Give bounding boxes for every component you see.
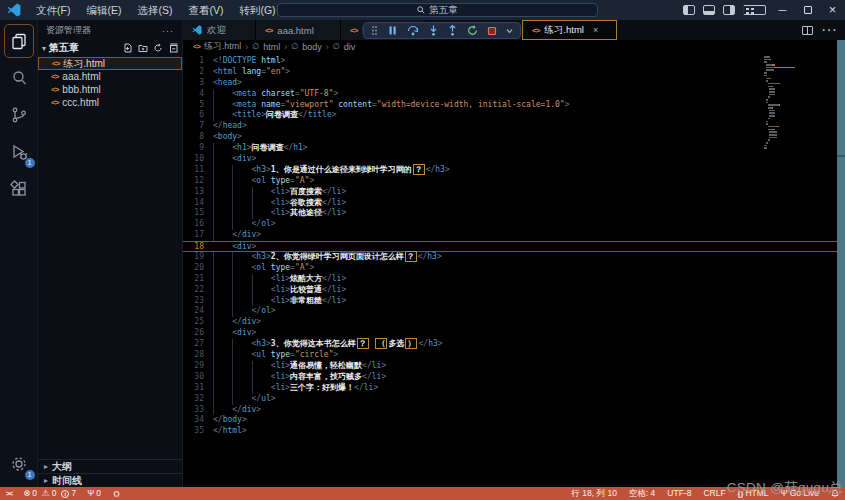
collapse-all-icon[interactable] (168, 43, 178, 53)
menu-item[interactable]: 编辑(E) (79, 0, 128, 20)
encoding[interactable]: UTF-8 (667, 487, 691, 500)
remote-indicator[interactable]: >< (6, 487, 12, 500)
line-number[interactable]: 9 (183, 143, 213, 154)
step-over-icon[interactable] (407, 25, 419, 36)
code-line[interactable]: 6<title>问卷调查</title> (183, 110, 837, 121)
code-line[interactable]: 32</ul> (183, 394, 837, 405)
activity-explorer[interactable] (4, 24, 34, 58)
line-number[interactable]: 13 (183, 187, 213, 198)
code-line[interactable]: 8<body> (183, 132, 837, 143)
split-editor-icon[interactable] (802, 26, 813, 35)
line-number[interactable]: 16 (183, 219, 213, 230)
activity-extensions[interactable] (4, 172, 34, 206)
sidebar-panel-outline[interactable]: ▸大纲 (38, 459, 182, 473)
line-number[interactable]: 26 (183, 328, 213, 339)
code-line[interactable]: 10<div> (183, 154, 837, 165)
code-line[interactable]: 29<li>通俗易懂，轻松幽默</li> (183, 361, 837, 372)
line-number[interactable]: 5 (183, 100, 213, 111)
line-number[interactable]: 21 (183, 274, 213, 285)
tab-欢迎[interactable]: 欢迎 (183, 20, 256, 40)
chevron-down-icon[interactable] (506, 28, 513, 34)
code-line[interactable]: 34</body> (183, 415, 837, 426)
line-number[interactable]: 17 (183, 230, 213, 241)
line-number[interactable]: 4 (183, 89, 213, 100)
toggle-sidebar-icon[interactable] (683, 5, 695, 15)
line-number[interactable]: 2 (183, 67, 213, 78)
line-number[interactable]: 8 (183, 132, 213, 143)
line-number[interactable]: 33 (183, 405, 213, 416)
breadcrumb-file[interactable]: 练习.html (204, 40, 242, 53)
line-number[interactable]: 22 (183, 285, 213, 296)
breadcrumb-item[interactable]: html (263, 42, 280, 52)
close-window-button[interactable]: × (820, 0, 845, 20)
ports-indicator[interactable]: Ψ 0 (87, 487, 101, 500)
step-into-icon[interactable] (428, 25, 439, 36)
line-number[interactable]: 10 (183, 154, 213, 165)
line-number[interactable]: 23 (183, 296, 213, 307)
breadcrumb-item[interactable]: div (344, 42, 356, 52)
activity-run-debug[interactable]: 1 (4, 135, 34, 169)
line-number[interactable]: 34 (183, 415, 213, 426)
code-line[interactable]: 26<div> (183, 328, 837, 339)
step-out-icon[interactable] (447, 25, 458, 36)
code-line[interactable]: 33</div> (183, 405, 837, 416)
problems-indicator[interactable]: ⊗ 0 ⚠ 0 i 7 (23, 487, 76, 500)
cursor-position[interactable]: 行 18, 列 10 (572, 487, 617, 500)
line-number[interactable]: 29 (183, 361, 213, 372)
indentation[interactable]: 空格: 4 (629, 487, 655, 500)
minimap[interactable] (764, 56, 812, 150)
restart-icon[interactable] (467, 25, 478, 36)
breadcrumb-item[interactable]: body (302, 42, 322, 52)
tab-aaa.html[interactable]: <>aaa.html (256, 20, 341, 40)
code-line[interactable]: 19<h3>2、你觉得绿叶学习网页面设计怎么样？</h3> (183, 252, 837, 263)
code-line[interactable]: 25</div> (183, 317, 837, 328)
sidebar-panel-timeline[interactable]: ▸时间线 (38, 473, 182, 487)
refresh-icon[interactable] (153, 43, 163, 53)
line-number[interactable]: 24 (183, 306, 213, 317)
code-line[interactable]: 15<li>其他途径</li> (183, 208, 837, 219)
drag-handle-icon[interactable] (371, 25, 378, 36)
file-item[interactable]: <>bbb.html (38, 83, 182, 96)
file-item[interactable]: <>练习.html (38, 57, 182, 70)
line-number[interactable]: 28 (183, 350, 213, 361)
code-line[interactable]: 14<li>谷歌搜索</li> (183, 198, 837, 209)
line-number[interactable]: 18 (183, 242, 213, 251)
code-line[interactable]: 27<h3>3、你觉得这本书怎么样？ （多选）</h3> (183, 339, 837, 350)
line-number[interactable]: 14 (183, 198, 213, 209)
close-tab-icon[interactable]: × (593, 25, 598, 35)
activity-settings[interactable]: 1 (4, 447, 34, 481)
code-line[interactable]: 9<h1>问卷调查</h1> (183, 143, 837, 154)
line-number[interactable]: 35 (183, 426, 213, 437)
toggle-secondary-sidebar-icon[interactable] (723, 5, 735, 15)
line-number[interactable]: 3 (183, 78, 213, 89)
code-line[interactable]: 1<!DOCTYPE html> (183, 56, 837, 67)
code-line[interactable]: 2<html lang="en"> (183, 67, 837, 78)
line-number[interactable]: 32 (183, 394, 213, 405)
code-line[interactable]: 13<li>百度搜索</li> (183, 187, 837, 198)
line-number[interactable]: 15 (183, 208, 213, 219)
code-line[interactable]: 22<li>比较普通</li> (183, 285, 837, 296)
activity-search[interactable] (4, 61, 34, 95)
menu-item[interactable]: 选择(S) (130, 0, 179, 20)
tab-练习.html[interactable]: <>练习.html× (522, 20, 617, 40)
new-folder-icon[interactable] (138, 43, 148, 53)
editor-scrollbar[interactable] (837, 40, 845, 487)
line-number[interactable]: 30 (183, 372, 213, 383)
code-line[interactable]: 18<div> (183, 241, 837, 252)
line-number[interactable]: 27 (183, 339, 213, 350)
code-line[interactable]: 5<meta name="viewport" content="width=de… (183, 100, 837, 111)
code-line[interactable]: 24</ol> (183, 306, 837, 317)
line-number[interactable]: 12 (183, 176, 213, 187)
file-item[interactable]: <>ccc.html (38, 96, 182, 109)
code-line[interactable]: 31<li>三个字：好到爆！</li> (183, 383, 837, 394)
command-center-search[interactable]: 第五章 (277, 3, 598, 17)
debug-status-icon[interactable] (112, 489, 121, 498)
code-editor[interactable]: 1<!DOCTYPE html>2<html lang="en">3<head>… (183, 53, 837, 487)
line-number[interactable]: 11 (183, 165, 213, 176)
code-line[interactable]: 3<head> (183, 78, 837, 89)
code-line[interactable]: 28<ul type="circle"> (183, 350, 837, 361)
line-number[interactable]: 7 (183, 121, 213, 132)
line-number[interactable]: 20 (183, 263, 213, 274)
line-number[interactable]: 25 (183, 317, 213, 328)
code-line[interactable]: 11<h3>1、你是通过什么途径来到绿叶学习网的？</h3> (183, 165, 837, 176)
